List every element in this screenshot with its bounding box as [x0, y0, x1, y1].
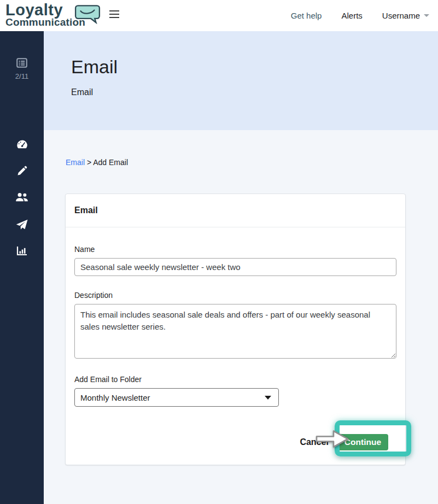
breadcrumb-separator: > — [87, 158, 91, 167]
continue-button[interactable]: Continue — [337, 434, 388, 450]
sidebar-item-send[interactable] — [0, 219, 44, 232]
progress-counter: 2/11 — [15, 72, 28, 80]
card-header: Email — [66, 194, 405, 227]
cancel-button[interactable]: Cancel — [300, 437, 328, 447]
users-icon — [15, 192, 28, 204]
folder-label: Add Email to Folder — [74, 375, 396, 384]
list-alt-icon — [16, 57, 27, 71]
top-header: Loyalty Communication Get help Alerts Us… — [0, 0, 438, 31]
page-banner: Email Email — [44, 31, 438, 130]
sidebar-item-checklist[interactable]: 2/11 — [0, 57, 44, 80]
bar-chart-icon — [16, 246, 27, 258]
sidebar-item-compose[interactable] — [0, 166, 44, 179]
hamburger-menu-icon[interactable] — [109, 10, 119, 19]
sidebar-item-dashboard[interactable] — [0, 139, 44, 152]
app-logo[interactable]: Loyalty Communication — [5, 2, 104, 30]
page-title: Email — [71, 56, 438, 77]
folder-select[interactable]: Monthly Newsletter — [74, 388, 279, 407]
folder-select-wrapper: Monthly Newsletter — [74, 388, 279, 407]
main-content: Email Email Email > Add Email Email Name… — [44, 31, 438, 504]
description-textarea[interactable]: This email includes seasonal sale deals … — [74, 304, 396, 359]
sidebar-nav: 2/11 — [0, 31, 44, 504]
pencil-icon — [16, 166, 27, 179]
speech-bubble-icon — [74, 4, 101, 26]
breadcrumb-email-link[interactable]: Email — [66, 158, 85, 167]
get-help-link[interactable]: Get help — [291, 11, 322, 20]
alerts-link[interactable]: Alerts — [341, 11, 362, 20]
breadcrumb: Email > Add Email — [66, 158, 438, 167]
paper-plane-icon — [16, 219, 28, 232]
description-label: Description — [74, 291, 396, 300]
chevron-down-icon — [424, 14, 429, 17]
sidebar-item-contacts[interactable] — [0, 192, 44, 204]
sidebar-item-reports[interactable] — [0, 246, 44, 258]
card-title: Email — [74, 206, 98, 215]
page-subtitle: Email — [71, 87, 438, 97]
breadcrumb-current: Add Email — [93, 158, 128, 167]
username-label: Username — [382, 11, 420, 20]
name-label: Name — [74, 245, 396, 254]
dashboard-gauge-icon — [16, 139, 28, 152]
username-menu[interactable]: Username — [382, 11, 429, 20]
name-input[interactable] — [74, 258, 396, 276]
email-form-card: Email Name Description This email includ… — [65, 194, 406, 465]
